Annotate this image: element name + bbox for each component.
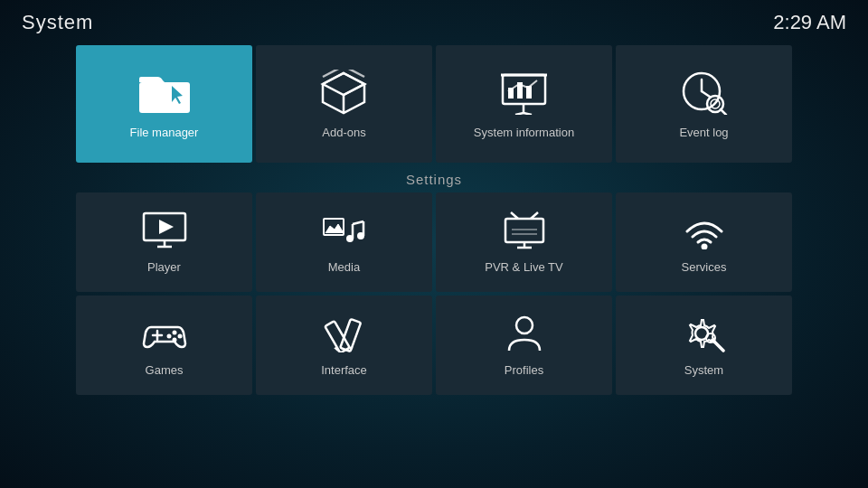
tile-services-label: Services [682, 260, 727, 274]
person-icon [502, 314, 547, 356]
svg-line-16 [721, 109, 726, 115]
svg-marker-21 [159, 220, 174, 234]
svg-marker-2 [323, 73, 364, 95]
tile-add-ons-label: Add-ons [322, 126, 365, 139]
svg-point-40 [172, 337, 176, 342]
tile-system-label: System [684, 363, 723, 377]
svg-point-46 [516, 317, 533, 333]
svg-line-8 [524, 113, 532, 115]
svg-line-14 [702, 91, 710, 97]
tile-system-information[interactable]: System information [436, 45, 612, 163]
clock: 2:29 AM [773, 11, 846, 34]
svg-point-41 [177, 333, 182, 338]
header: System 2:29 AM [0, 0, 868, 45]
tile-profiles-label: Profiles [505, 363, 543, 377]
svg-line-24 [353, 221, 363, 224]
settings-row-1: Player Media [0, 192, 868, 292]
tile-system-information-label: System information [474, 126, 574, 139]
svg-point-35 [701, 243, 707, 249]
tile-add-ons[interactable]: Add-ons [256, 45, 432, 163]
tile-games-label: Games [146, 363, 184, 377]
tile-file-manager-label: File manager [130, 126, 199, 139]
svg-point-27 [357, 232, 364, 239]
settings-row-2: Games Interface Profil [0, 296, 868, 395]
tile-media[interactable]: Media [256, 192, 432, 292]
svg-rect-28 [505, 219, 543, 242]
tile-games[interactable]: Games [76, 296, 252, 395]
svg-point-26 [346, 235, 354, 242]
gamepad-icon [142, 314, 187, 356]
tv-icon [502, 211, 547, 253]
tile-media-label: Media [328, 260, 360, 274]
svg-point-39 [166, 333, 171, 338]
tile-pvr-live-tv[interactable]: PVR & Live TV [436, 192, 612, 292]
media-icon [322, 211, 367, 253]
tile-file-manager[interactable]: File manager [76, 45, 252, 163]
folder-icon [137, 70, 192, 118]
tile-profiles[interactable]: Profiles [436, 296, 612, 395]
tile-services[interactable]: Services [616, 192, 792, 292]
svg-rect-0 [139, 82, 190, 113]
tile-event-log-label: Event log [679, 126, 728, 139]
svg-point-38 [172, 330, 176, 334]
tile-player[interactable]: Player [76, 192, 252, 292]
tile-player-label: Player [147, 260, 181, 274]
clock-search-icon [679, 70, 729, 118]
pencil-icon [322, 314, 367, 356]
settings-label: Settings [0, 166, 868, 192]
top-row: File manager Add-ons [0, 45, 868, 163]
presentation-icon [499, 70, 549, 118]
monitor-play-icon [142, 211, 187, 253]
tile-interface[interactable]: Interface [256, 296, 432, 395]
wifi-icon [682, 211, 727, 253]
gear-icon [682, 314, 727, 356]
tile-event-log[interactable]: Event log [616, 45, 792, 163]
app-title: System [22, 11, 93, 34]
svg-line-7 [515, 113, 524, 115]
box-icon [319, 70, 369, 118]
tile-system[interactable]: System [616, 296, 792, 395]
tile-interface-label: Interface [321, 363, 367, 377]
tile-pvr-live-tv-label: PVR & Live TV [485, 260, 562, 274]
